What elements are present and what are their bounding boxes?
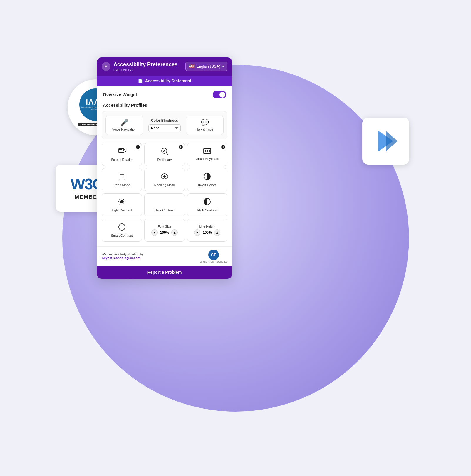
- svg-text:A: A: [163, 149, 165, 153]
- smart-contrast-label: Smart Contrast: [111, 234, 133, 237]
- profile-talk-type[interactable]: 💬 Talk & Type: [186, 116, 224, 135]
- footer-text: Web Accessibility Solution by SkynetTech…: [102, 253, 143, 260]
- dictionary-info[interactable]: i: [179, 145, 183, 149]
- line-height-increase[interactable]: ▴: [214, 229, 220, 236]
- read-mode-icon: [118, 173, 125, 181]
- feature-dictionary[interactable]: i A Dictionary: [144, 143, 185, 166]
- close-button[interactable]: ×: [102, 62, 110, 71]
- feature-dark-contrast[interactable]: Dark Contrast: [144, 193, 185, 216]
- svg-rect-9: [205, 150, 206, 151]
- talk-type-label: Talk & Type: [197, 128, 213, 131]
- svg-rect-2: [119, 149, 122, 150]
- line-height-label: Line Height: [199, 225, 215, 228]
- svg-line-29: [123, 204, 124, 204]
- dictionary-label: Dictionary: [157, 158, 172, 161]
- panel-header-left: × Accessibility Preferences (Ctrl + Alt …: [102, 61, 177, 71]
- profiles-label: Accessibility Profiles: [102, 103, 227, 108]
- footer-logo: ST SKYNET TECHNOLOGIES: [200, 250, 227, 263]
- feature-read-mode[interactable]: Read Mode: [102, 168, 142, 191]
- bottom-row: Smart Contrast Font Size ▾ 100% ▴ Line H…: [102, 219, 227, 242]
- screen-reader-info[interactable]: i: [136, 145, 140, 149]
- font-size-controls: ▾ 100% ▴: [151, 229, 178, 236]
- feature-smart-contrast[interactable]: Smart Contrast: [102, 219, 142, 242]
- oversize-label: Oversize Widget: [103, 92, 137, 97]
- dictionary-icon: A: [161, 147, 168, 156]
- dark-contrast-icon: [161, 198, 168, 207]
- line-height-value: 100%: [202, 231, 213, 235]
- oversize-toggle[interactable]: [213, 91, 226, 98]
- svg-point-21: [120, 200, 123, 203]
- svg-line-27: [123, 199, 124, 200]
- svg-rect-15: [119, 173, 125, 180]
- svg-point-31: [119, 224, 125, 230]
- screen-reader-icon: [118, 147, 126, 156]
- oversize-widget-row: Oversize Widget: [102, 91, 227, 98]
- invert-colors-label: Invert Colors: [198, 183, 216, 187]
- screen-reader-label: Screen Reader: [111, 158, 133, 161]
- svg-rect-10: [207, 150, 208, 151]
- line-height-controls: ▾ 100% ▴: [194, 229, 220, 236]
- voice-nav-icon: 🎤: [120, 119, 128, 126]
- invert-colors-icon: [203, 173, 211, 181]
- svg-line-26: [119, 199, 120, 200]
- line-height-decrease[interactable]: ▾: [194, 229, 200, 236]
- statement-label: Accessibility Statement: [145, 79, 191, 83]
- profile-color-blindness: Color Blindness None Protanopia Deuteran…: [146, 115, 183, 136]
- report-label[interactable]: Report a Problem: [147, 270, 182, 275]
- feature-screen-reader[interactable]: i Screen Reader: [102, 143, 142, 166]
- dark-contrast-label: Dark Contrast: [155, 208, 175, 212]
- virtual-keyboard-icon: [203, 148, 211, 155]
- report-bar[interactable]: Report a Problem: [97, 266, 232, 279]
- st-logo-circle: ST: [208, 250, 219, 260]
- feature-light-contrast[interactable]: Light Contrast: [102, 193, 142, 216]
- font-size-increase[interactable]: ▴: [171, 229, 178, 236]
- footer-link[interactable]: SkynetTechnologies.com: [102, 256, 140, 260]
- arrow-icon: [373, 128, 399, 154]
- panel-body: Oversize Widget Accessibility Profiles 🎤…: [97, 86, 232, 246]
- profile-voice-navigation[interactable]: 🎤 Voice Navigation: [105, 116, 143, 135]
- high-contrast-label: High Contrast: [197, 208, 217, 212]
- scene: IAAP International Association of Access…: [0, 0, 471, 476]
- svg-line-28: [119, 204, 120, 204]
- svg-line-6: [166, 153, 168, 155]
- color-blindness-label: Color Blindness: [151, 118, 178, 123]
- feature-high-contrast[interactable]: High Contrast: [187, 193, 227, 216]
- virtual-keyboard-label: Virtual Keyboard: [195, 157, 219, 161]
- color-blindness-select[interactable]: None Protanopia Deuteranopia Tritanopia: [148, 124, 181, 132]
- panel-title-main: Accessibility Preferences: [113, 61, 177, 68]
- talk-type-icon: 💬: [201, 119, 209, 126]
- font-size-value: 100%: [159, 231, 170, 235]
- feature-reading-mask[interactable]: Reading Mask: [144, 168, 185, 191]
- profile-row: 🎤 Voice Navigation Color Blindness None …: [105, 115, 224, 136]
- footer-line1: Web Accessibility Solution by: [102, 253, 143, 256]
- profiles-section: 🎤 Voice Navigation Color Blindness None …: [102, 111, 227, 139]
- panel-header: × Accessibility Preferences (Ctrl + Alt …: [97, 57, 232, 76]
- svg-rect-8: [204, 148, 211, 154]
- font-size-stepper: Font Size ▾ 100% ▴: [144, 219, 185, 242]
- svg-rect-13: [207, 151, 208, 152]
- light-contrast-icon: [118, 198, 126, 207]
- panel-title: Accessibility Preferences (Ctrl + Alt + …: [113, 61, 177, 71]
- font-size-label: Font Size: [158, 225, 171, 228]
- light-contrast-label: Light Contrast: [112, 208, 132, 212]
- flag-icon: 🇺🇸: [189, 64, 195, 69]
- st-logo-text: SKYNET TECHNOLOGIES: [200, 261, 227, 263]
- language-selector[interactable]: 🇺🇸 English (USA) ▾: [185, 62, 227, 71]
- svg-rect-11: [209, 150, 210, 151]
- reading-mask-label: Reading Mask: [154, 183, 175, 187]
- svg-rect-14: [209, 151, 210, 152]
- panel-footer: Web Accessibility Solution by SkynetTech…: [97, 246, 232, 266]
- feature-virtual-keyboard[interactable]: i Virtual Keyboard: [187, 143, 227, 166]
- accessibility-statement-bar[interactable]: 📄 Accessibility Statement: [97, 76, 232, 86]
- language-label: English (USA): [196, 64, 220, 69]
- voice-nav-label: Voice Navigation: [112, 128, 136, 131]
- svg-rect-12: [205, 151, 206, 152]
- svg-line-4: [125, 151, 126, 152]
- read-mode-label: Read Mode: [113, 183, 130, 187]
- font-size-decrease[interactable]: ▾: [151, 229, 158, 236]
- high-contrast-icon: [203, 198, 211, 207]
- feature-invert-colors[interactable]: Invert Colors: [187, 168, 227, 191]
- virtual-keyboard-info[interactable]: i: [221, 145, 225, 149]
- line-height-stepper: Line Height ▾ 100% ▴: [187, 219, 227, 242]
- panel-title-shortcut: (Ctrl + Alt + A): [113, 68, 177, 71]
